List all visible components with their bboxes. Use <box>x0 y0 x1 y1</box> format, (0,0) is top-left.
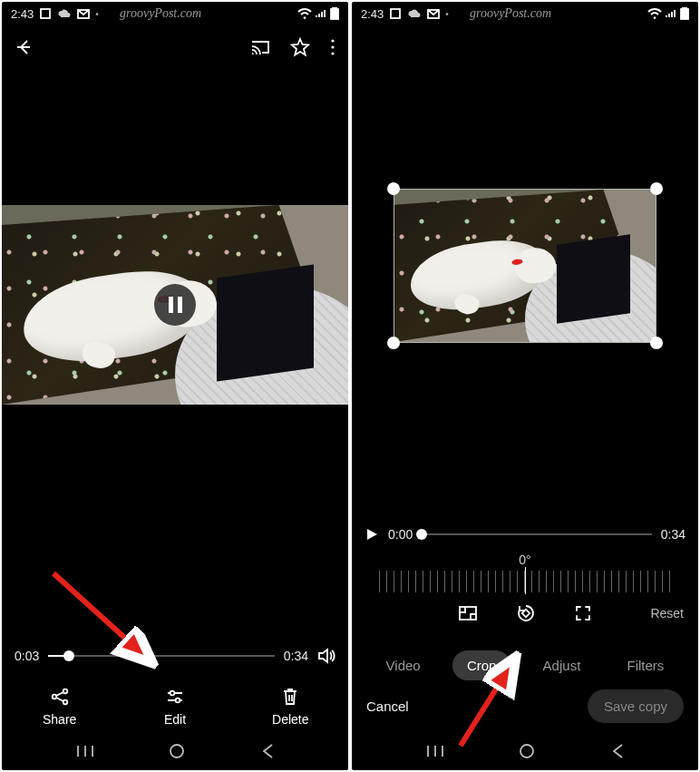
screenshot-icon <box>39 7 52 20</box>
svg-point-6 <box>331 52 334 54</box>
phone-viewer: 2:43 • groovyPost.com <box>2 2 348 770</box>
share-action[interactable]: Share <box>24 687 96 727</box>
tab-adjust[interactable]: Adjust <box>529 650 596 680</box>
back-icon[interactable] <box>15 37 34 57</box>
edit-tabs: Video Crop Adjust Filters <box>352 634 698 689</box>
scrubber-track[interactable] <box>422 533 652 535</box>
rotation-label: 0° <box>352 552 698 567</box>
wifi-icon <box>647 8 662 19</box>
svg-rect-3 <box>333 7 336 9</box>
phone-editor: 2:43 • groovyPost.com 0:00 <box>352 2 698 770</box>
status-more-dot: • <box>445 9 449 19</box>
svg-point-5 <box>331 45 334 48</box>
cancel-button[interactable]: Cancel <box>366 699 409 714</box>
scrubber-duration: 0:34 <box>661 527 685 542</box>
svg-rect-2 <box>331 9 338 19</box>
crop-handle-tr[interactable] <box>650 182 663 195</box>
tab-video[interactable]: Video <box>372 650 435 680</box>
signal-icon <box>665 8 677 19</box>
volume-icon[interactable] <box>317 648 335 664</box>
edit-action[interactable]: Edit <box>139 687 211 727</box>
video-scrubber[interactable]: 0:03 0:34 <box>2 638 348 674</box>
rotation-slider[interactable] <box>379 571 671 592</box>
app-bar <box>2 25 348 69</box>
scrubber-current: 0:03 <box>15 649 39 663</box>
gmail-icon <box>77 9 90 19</box>
delete-action[interactable]: Delete <box>254 687 326 727</box>
svg-point-9 <box>63 700 67 705</box>
watermark: groovyPost.com <box>120 6 201 21</box>
star-icon[interactable] <box>290 37 310 57</box>
status-more-dot: • <box>95 9 99 19</box>
status-time: 2:43 <box>361 7 384 21</box>
screenshot-icon <box>389 7 402 20</box>
svg-point-10 <box>170 691 175 696</box>
home-icon[interactable] <box>518 742 536 760</box>
rotate-icon[interactable] <box>516 603 536 623</box>
battery-icon <box>680 7 689 20</box>
nav-back-icon[interactable] <box>610 743 625 759</box>
edit-label: Edit <box>164 712 186 727</box>
crop-handle-br[interactable] <box>650 337 663 349</box>
reset-button[interactable]: Reset <box>650 606 684 621</box>
recents-icon[interactable] <box>426 744 444 758</box>
system-nav <box>352 732 698 770</box>
tab-filters[interactable]: Filters <box>613 650 679 680</box>
pause-button[interactable] <box>154 284 196 326</box>
bottom-actions: Share Edit Delete <box>2 674 348 732</box>
system-nav <box>2 732 348 770</box>
share-label: Share <box>43 712 76 727</box>
signal-icon <box>315 8 327 19</box>
delete-label: Delete <box>272 712 308 727</box>
watermark: groovyPost.com <box>470 6 551 21</box>
aspect-ratio-icon[interactable] <box>458 605 478 621</box>
nav-back-icon[interactable] <box>260 743 275 759</box>
play-icon[interactable] <box>365 527 379 542</box>
expand-icon[interactable] <box>574 604 592 622</box>
svg-rect-17 <box>683 7 686 9</box>
tab-crop[interactable]: Crop <box>452 650 511 680</box>
recents-icon[interactable] <box>76 744 94 758</box>
svg-point-21 <box>520 745 533 757</box>
trash-icon <box>281 687 299 707</box>
crop-tools: Reset <box>352 592 698 634</box>
svg-point-13 <box>170 745 183 757</box>
scrubber-duration: 0:34 <box>284 649 308 663</box>
svg-point-7 <box>63 689 67 694</box>
svg-point-4 <box>331 39 334 42</box>
share-icon <box>50 687 70 707</box>
battery-icon <box>330 7 339 20</box>
scrubber-track[interactable] <box>48 655 275 657</box>
crop-handle-tl[interactable] <box>387 182 400 195</box>
status-time: 2:43 <box>11 7 34 21</box>
save-copy-button[interactable]: Save copy <box>588 689 684 723</box>
home-icon[interactable] <box>168 742 186 760</box>
cloud-icon <box>57 8 72 19</box>
crop-handle-bl[interactable] <box>387 337 400 349</box>
svg-point-8 <box>52 695 56 699</box>
svg-rect-0 <box>41 9 50 18</box>
wifi-icon <box>297 8 312 19</box>
svg-rect-16 <box>681 9 688 19</box>
svg-rect-18 <box>460 607 476 620</box>
gmail-icon <box>427 9 440 19</box>
edit-icon <box>165 687 185 707</box>
svg-point-11 <box>176 699 180 703</box>
editor-scrubber[interactable]: 0:00 0:34 <box>352 516 698 552</box>
svg-rect-14 <box>391 9 400 18</box>
scrubber-current: 0:00 <box>388 527 413 542</box>
video-area[interactable] <box>2 205 348 405</box>
cast-icon[interactable] <box>250 38 270 56</box>
overflow-menu-icon[interactable] <box>330 38 335 56</box>
editor-footer: Cancel Save copy <box>352 689 698 732</box>
crop-frame[interactable] <box>394 189 656 343</box>
cloud-icon <box>407 8 422 19</box>
